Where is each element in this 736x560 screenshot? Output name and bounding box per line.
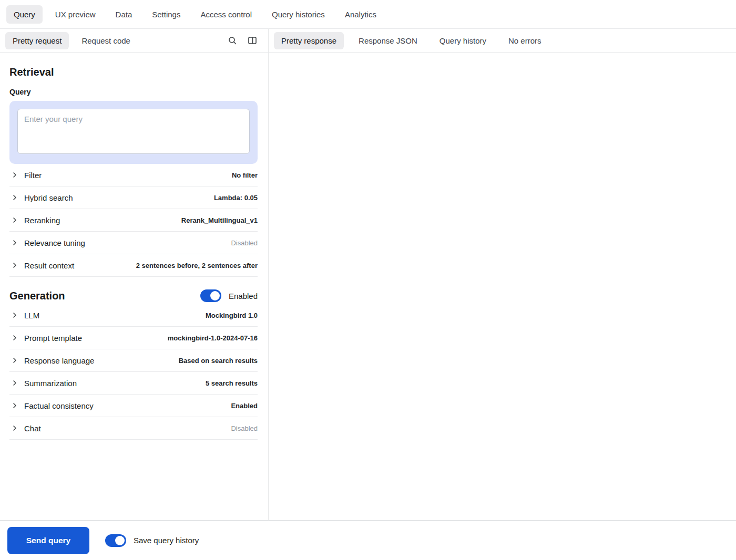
tab-data[interactable]: Data — [108, 5, 140, 24]
row-value: Mockingbird 1.0 — [206, 312, 258, 319]
chevron-right-icon — [11, 261, 19, 269]
row-response-language[interactable]: Response language Based on search result… — [9, 349, 258, 372]
chevron-right-icon — [11, 238, 19, 247]
tab-settings[interactable]: Settings — [145, 5, 188, 24]
request-subnav: Pretty request Request code — [0, 29, 269, 52]
row-value: 5 search results — [206, 379, 258, 387]
chevron-right-icon — [11, 311, 19, 319]
row-value: mockingbird-1.0-2024-07-16 — [168, 334, 258, 342]
row-reranking[interactable]: Reranking Rerank_Multilingual_v1 — [9, 209, 258, 232]
chevron-right-icon — [11, 379, 19, 387]
footer-bar: Send query Save query history — [0, 520, 736, 560]
tab-query[interactable]: Query — [6, 5, 43, 24]
row-label: LLM — [24, 311, 39, 320]
tab-pretty-request[interactable]: Pretty request — [5, 32, 69, 49]
row-summarization[interactable]: Summarization 5 search results — [9, 372, 258, 395]
row-prompt-template[interactable]: Prompt template mockingbird-1.0-2024-07-… — [9, 327, 258, 349]
chevron-right-icon — [11, 216, 19, 224]
query-input-highlight — [9, 101, 258, 164]
row-chat[interactable]: Chat Disabled — [9, 417, 258, 440]
main-area: Retrieval Query Filter No filter Hybrid … — [0, 53, 736, 520]
row-value: 2 sentences before, 2 sentences after — [136, 262, 258, 269]
generation-heading: Generation — [9, 290, 65, 302]
row-label: Prompt template — [24, 334, 82, 343]
tab-no-errors[interactable]: No errors — [501, 32, 549, 49]
generation-toggle-label: Enabled — [229, 292, 258, 300]
row-value: Lambda: 0.05 — [214, 194, 258, 202]
row-value: Enabled — [231, 402, 258, 410]
query-label: Query — [9, 88, 258, 96]
row-label: Chat — [24, 424, 41, 433]
send-query-button[interactable]: Send query — [7, 527, 89, 554]
response-panel — [269, 53, 736, 520]
save-query-history-label: Save query history — [134, 536, 199, 545]
save-query-history-toggle[interactable] — [105, 534, 126, 547]
tab-analytics[interactable]: Analytics — [338, 5, 384, 24]
row-relevance-tuning[interactable]: Relevance tuning Disabled — [9, 232, 258, 254]
save-history-group: Save query history — [105, 534, 199, 547]
row-label: Result context — [24, 261, 74, 270]
retrieval-heading: Retrieval — [9, 66, 258, 78]
row-value: Disabled — [231, 424, 258, 432]
app-window: Query UX preview Data Settings Access co… — [0, 0, 736, 560]
chevron-right-icon — [11, 424, 19, 432]
tab-query-histories[interactable]: Query histories — [264, 5, 332, 24]
chevron-right-icon — [11, 401, 19, 410]
row-llm[interactable]: LLM Mockingbird 1.0 — [9, 304, 258, 327]
row-label: Summarization — [24, 379, 77, 388]
split-view-icon[interactable] — [245, 33, 260, 48]
chevron-right-icon — [11, 171, 19, 179]
row-value: No filter — [232, 171, 258, 179]
tab-access-control[interactable]: Access control — [193, 5, 259, 24]
tab-pretty-response[interactable]: Pretty response — [274, 32, 344, 49]
row-label: Hybrid search — [24, 193, 73, 202]
tab-response-json[interactable]: Response JSON — [351, 32, 425, 49]
generation-toggle[interactable] — [200, 289, 221, 302]
row-filter[interactable]: Filter No filter — [9, 164, 258, 186]
row-label: Reranking — [24, 216, 60, 225]
tab-query-history[interactable]: Query history — [432, 32, 494, 49]
search-icon[interactable] — [225, 33, 240, 48]
tab-request-code[interactable]: Request code — [74, 32, 138, 49]
row-label: Filter — [24, 171, 42, 180]
generation-heading-row: Generation Enabled — [9, 289, 258, 302]
sub-nav: Pretty request Request code Pretty respo… — [0, 29, 736, 53]
row-label: Factual consistency — [24, 401, 94, 410]
row-hybrid-search[interactable]: Hybrid search Lambda: 0.05 — [9, 186, 258, 209]
chevron-right-icon — [11, 193, 19, 202]
tab-ux-preview[interactable]: UX preview — [48, 5, 103, 24]
chevron-right-icon — [11, 334, 19, 342]
row-value: Rerank_Multilingual_v1 — [181, 216, 258, 224]
chevron-right-icon — [11, 356, 19, 365]
row-label: Relevance tuning — [24, 238, 85, 247]
row-result-context[interactable]: Result context 2 sentences before, 2 sen… — [9, 254, 258, 277]
row-value: Disabled — [231, 239, 258, 247]
row-value: Based on search results — [179, 357, 258, 365]
query-input[interactable] — [17, 109, 250, 154]
top-nav: Query UX preview Data Settings Access co… — [0, 0, 736, 29]
request-panel: Retrieval Query Filter No filter Hybrid … — [0, 53, 269, 520]
row-label: Response language — [24, 356, 94, 365]
row-factual-consistency[interactable]: Factual consistency Enabled — [9, 395, 258, 417]
response-subnav: Pretty response Response JSON Query hist… — [269, 29, 736, 52]
